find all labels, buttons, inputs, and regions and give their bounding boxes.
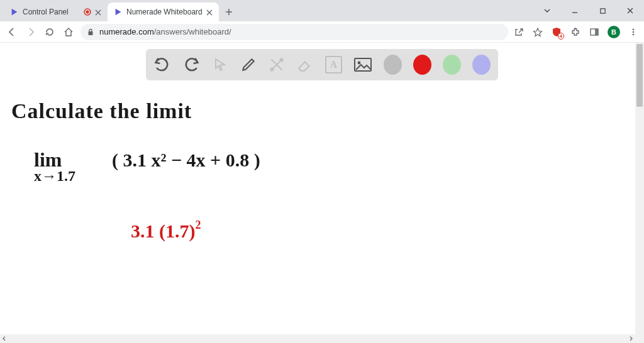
handwriting-line-1: Calculate the limit: [11, 99, 192, 123]
svg-point-15: [358, 62, 361, 65]
handwriting-red-base: 3.1 (1.7): [131, 220, 195, 241]
kebab-menu-icon[interactable]: [628, 26, 639, 38]
new-tab-button[interactable]: [220, 3, 238, 21]
svg-marker-3: [116, 9, 121, 16]
window-maximize-button[interactable]: [589, 1, 616, 20]
image-tool[interactable]: [353, 55, 372, 74]
side-panel-icon[interactable]: [589, 26, 600, 38]
tab-control-panel[interactable]: Control Panel: [4, 3, 108, 21]
handwriting-limit: lim x→1.7: [34, 150, 75, 183]
color-swatch-purple[interactable]: [472, 55, 491, 75]
svg-point-2: [86, 11, 89, 14]
eraser-tool[interactable]: [296, 55, 313, 74]
handwriting-red-sup: 2: [195, 219, 201, 231]
color-swatch-grey[interactable]: [384, 55, 402, 75]
whiteboard-toolbar: A: [146, 49, 498, 80]
window-minimize-button[interactable]: [561, 1, 589, 20]
address-bar[interactable]: numerade.com/answers/whiteboard/: [80, 24, 508, 40]
svg-point-11: [633, 33, 635, 35]
whiteboard-canvas[interactable]: Calculate the limit lim x→1.7 ( 3.1 x² −…: [11, 99, 631, 330]
pointer-tool[interactable]: [211, 55, 228, 74]
color-swatch-red[interactable]: [413, 55, 431, 75]
pen-tool[interactable]: [240, 55, 257, 74]
svg-marker-0: [12, 9, 18, 16]
scroll-right-arrow-icon[interactable]: [626, 334, 635, 343]
scroll-left-arrow-icon[interactable]: [0, 334, 9, 343]
share-icon[interactable]: [513, 26, 525, 38]
extensions-puzzle-icon[interactable]: [570, 26, 581, 38]
svg-point-10: [633, 31, 635, 33]
svg-rect-4: [600, 8, 604, 13]
handwriting-lim: lim: [34, 150, 75, 170]
extension-badge: 4: [558, 33, 564, 40]
undo-button[interactable]: [153, 55, 171, 74]
redo-button[interactable]: [182, 55, 200, 74]
tab-title: Numerade Whiteboard: [126, 8, 203, 16]
svg-point-9: [633, 28, 635, 30]
browser-toolbar: numerade.com/answers/whiteboard/ 4 B: [0, 21, 644, 43]
nav-reload-button[interactable]: [43, 25, 57, 39]
tab-numerade-whiteboard[interactable]: Numerade Whiteboard: [108, 3, 219, 21]
window-controls: [533, 0, 644, 21]
lock-icon: [87, 28, 94, 36]
nav-home-button[interactable]: [62, 25, 75, 39]
url-text: numerade.com/answers/whiteboard/: [99, 27, 231, 36]
svg-rect-5: [89, 31, 93, 35]
handwriting-red-expression: 3.1 (1.7)2: [131, 219, 201, 242]
tab-close-icon[interactable]: [206, 9, 213, 15]
handwriting-expression: ( 3.1 x² − 4x + 0.8 ): [112, 150, 260, 171]
vertical-scrollbar-thumb[interactable]: [636, 44, 643, 107]
tools-crossed-icon[interactable]: [268, 55, 285, 74]
text-tool-label: A: [330, 59, 338, 70]
profile-avatar[interactable]: B: [608, 26, 620, 38]
svg-rect-8: [595, 29, 598, 35]
profile-initial: B: [611, 28, 616, 36]
url-host: numerade.com: [99, 27, 154, 36]
chevron-down-icon[interactable]: [533, 1, 561, 20]
vertical-scrollbar[interactable]: [635, 43, 644, 343]
nav-forward-button[interactable]: [24, 25, 38, 39]
favicon-numerade-icon: [114, 8, 123, 16]
nav-back-button[interactable]: [5, 25, 19, 39]
tab-title: Control Panel: [23, 8, 80, 16]
svg-point-6: [575, 28, 576, 29]
browser-tab-strip: Control Panel Numerade Whiteboard: [0, 0, 644, 21]
tab-close-icon[interactable]: [95, 9, 101, 15]
color-swatch-green[interactable]: [443, 55, 461, 75]
url-path: /answers/whiteboard/: [154, 27, 231, 36]
window-close-button[interactable]: [616, 1, 644, 20]
toolbar-right-extensions: 4 B: [513, 26, 639, 38]
favicon-numerade-icon: [10, 8, 19, 16]
recording-indicator-icon: [84, 8, 91, 16]
extension-shield-icon[interactable]: 4: [551, 26, 562, 38]
horizontal-scrollbar[interactable]: [0, 334, 635, 343]
page-content: A Calculate the limit lim x→1.7 ( 3.1 x²…: [0, 43, 644, 343]
handwriting-lim-sub: x→1.7: [34, 168, 75, 183]
bookmark-star-icon[interactable]: [532, 26, 543, 38]
text-tool[interactable]: A: [325, 56, 343, 74]
